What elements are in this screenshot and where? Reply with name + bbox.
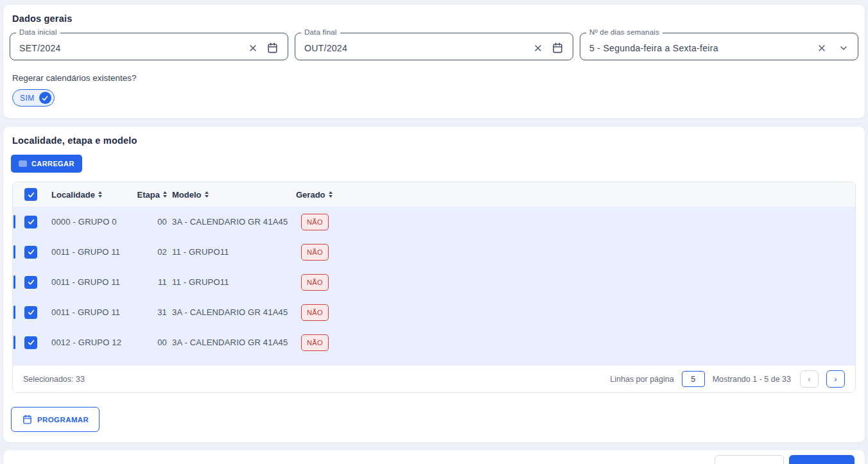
dados-gerais-fields: Data inicial SET/2024 Data final OUT/202… <box>10 33 858 60</box>
calendar-icon <box>22 414 33 425</box>
cell-modelo: 11 - GRUPO11 <box>167 277 296 287</box>
dados-gerais-title: Dados gerais <box>12 13 858 24</box>
row-checkbox[interactable] <box>24 276 37 289</box>
localidade-title: Localidade, etapa e modelo <box>12 135 858 146</box>
selected-indicator <box>13 336 15 349</box>
programar-button[interactable]: PROGRAMAR <box>11 407 100 432</box>
column-header-gerado[interactable]: Gerado <box>296 190 855 200</box>
table-header-row: Localidade Etapa Modelo Gerado <box>13 182 855 207</box>
cell-modelo: 3A - CALENDARIO GR 41A45 <box>167 217 296 227</box>
table-row[interactable]: 0011 - GRUPO 11 31 3A - CALENDARIO GR 41… <box>13 297 855 327</box>
data-inicial-field[interactable]: Data inicial SET/2024 <box>10 33 288 60</box>
row-checkbox[interactable] <box>24 246 37 259</box>
regerar-question: Regerar calendários existentes? <box>12 73 858 83</box>
cell-localidade: 0011 - GRUPO 11 <box>51 277 132 287</box>
dados-gerais-card: Dados gerais Data inicial SET/2024 Data … <box>3 4 865 119</box>
selected-indicator <box>13 245 15 259</box>
selected-indicator <box>13 215 15 228</box>
table-icon <box>19 160 27 167</box>
gerado-badge: NÃO <box>301 274 329 291</box>
check-circle-icon <box>39 92 51 104</box>
next-page-button[interactable]: › <box>826 370 845 388</box>
row-checkbox[interactable] <box>24 216 37 228</box>
gerado-badge: NÃO <box>301 334 329 351</box>
rows-per-page-input[interactable]: 5 <box>682 371 705 387</box>
cell-modelo: 3A - CALENDARIO GR 41A45 <box>167 338 296 347</box>
gerado-badge: NÃO <box>301 214 329 230</box>
table-row[interactable]: 0011 - GRUPO 11 11 11 - GRUPO11 NÃO <box>13 267 855 297</box>
row-checkbox[interactable] <box>24 336 37 349</box>
chevron-right-icon: › <box>834 374 837 384</box>
gerado-badge: NÃO <box>301 304 329 321</box>
table-footer: Selecionados: 33 Linhas por página 5 Mos… <box>13 365 855 392</box>
table-row[interactable]: 0011 - GRUPO 11 02 11 - GRUPO11 NÃO <box>13 237 855 267</box>
salvar-button[interactable]: SALVAR <box>789 455 855 464</box>
carregar-button[interactable]: CARREGAR <box>11 155 82 173</box>
showing-range: Mostrando 1 - 5 de 33 <box>713 375 791 384</box>
gerado-badge: NÃO <box>301 244 329 261</box>
cancelar-button[interactable]: CANCELAR <box>715 455 784 464</box>
column-header-localidade[interactable]: Localidade <box>51 190 132 200</box>
cell-localidade: 0012 - GRUPO 12 <box>51 338 132 347</box>
cell-etapa: 00 <box>132 217 167 227</box>
rows-per-page-label: Linhas por página <box>610 375 673 384</box>
table-body: 0000 - GRUPO 0 00 3A - CALENDARIO GR 41A… <box>13 207 855 365</box>
action-bar: CANCELAR SALVAR <box>3 449 865 464</box>
data-final-field[interactable]: Data final OUT/2024 <box>295 33 573 60</box>
column-header-modelo[interactable]: Modelo <box>167 190 296 200</box>
cell-modelo: 11 - GRUPO11 <box>167 247 296 257</box>
column-header-etapa[interactable]: Etapa <box>132 190 167 200</box>
cell-localidade: 0000 - GRUPO 0 <box>51 217 132 227</box>
table-row[interactable]: 0000 - GRUPO 0 00 3A - CALENDARIO GR 41A… <box>13 207 855 237</box>
selected-indicator <box>13 275 15 289</box>
dias-semanais-select[interactable]: Nº de dias semanais 5 - Segunda-feira a … <box>580 33 858 60</box>
sort-icon <box>205 191 209 198</box>
data-final-value: OUT/2024 <box>304 43 533 53</box>
selected-count: Selecionados: 33 <box>23 375 85 384</box>
cell-etapa: 11 <box>132 277 167 287</box>
dias-semanais-label: Nº de dias semanais <box>586 28 663 36</box>
data-inicial-value: SET/2024 <box>19 43 248 53</box>
carregar-button-label: CARREGAR <box>31 160 74 168</box>
row-checkbox[interactable] <box>24 306 37 319</box>
table-row[interactable]: 0012 - GRUPO 12 00 3A - CALENDARIO GR 41… <box>13 327 855 357</box>
clear-icon[interactable] <box>817 43 827 53</box>
chevron-left-icon: ‹ <box>808 374 810 384</box>
clear-icon[interactable] <box>533 43 543 53</box>
cell-localidade: 0011 - GRUPO 11 <box>51 307 132 317</box>
cell-localidade: 0011 - GRUPO 11 <box>51 247 132 257</box>
localidade-card: Localidade, etapa e modelo CARREGAR Loca… <box>3 126 865 443</box>
cell-etapa: 00 <box>132 338 167 347</box>
cell-etapa: 02 <box>132 247 167 257</box>
calendar-icon[interactable] <box>551 42 564 54</box>
localidade-table: Localidade Etapa Modelo Gerado 0000 <box>12 182 856 393</box>
regerar-toggle-label: SIM <box>20 94 35 103</box>
sort-icon <box>98 191 102 198</box>
sort-icon <box>329 191 333 198</box>
cell-modelo: 3A - CALENDARIO GR 41A45 <box>167 307 296 317</box>
clear-icon[interactable] <box>248 43 258 53</box>
data-final-label: Data final <box>301 28 340 36</box>
data-inicial-label: Data inicial <box>16 28 60 36</box>
chevron-down-icon[interactable] <box>838 43 849 53</box>
select-all-checkbox[interactable] <box>24 188 37 201</box>
regerar-toggle[interactable]: SIM <box>12 89 55 107</box>
previous-page-button[interactable]: ‹ <box>800 370 819 388</box>
dias-semanais-value: 5 - Segunda-feira a Sexta-feira <box>589 43 817 53</box>
programar-button-label: PROGRAMAR <box>37 416 89 424</box>
selected-indicator <box>13 305 15 319</box>
cell-etapa: 31 <box>132 307 167 317</box>
calendar-icon[interactable] <box>266 42 279 54</box>
